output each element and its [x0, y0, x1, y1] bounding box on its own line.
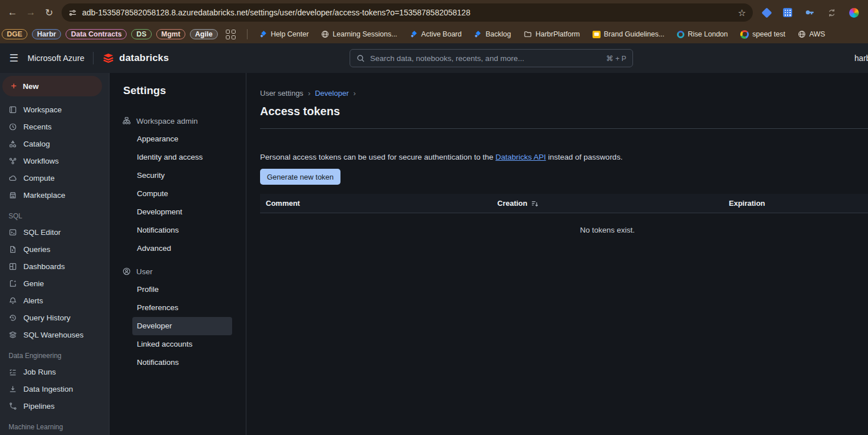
settings-item-notifications-user[interactable]: Notifications	[132, 353, 232, 372]
settings-group-workspace-admin[interactable]: Workspace admin	[109, 112, 246, 130]
bookmarks-separator	[247, 29, 248, 39]
sidebar-item-queries[interactable]: Queries	[0, 241, 109, 258]
jira-icon	[259, 30, 267, 38]
bookmark-aws[interactable]: AWS	[798, 30, 825, 38]
sync-extension-icon[interactable]	[827, 8, 837, 18]
queries-icon	[9, 245, 17, 254]
databricks-api-link[interactable]: Databricks API	[496, 153, 546, 161]
history-icon	[9, 314, 17, 322]
settings-item-advanced[interactable]: Advanced	[132, 239, 232, 258]
sidebar-item-marketplace[interactable]: Marketplace	[0, 186, 109, 204]
bookmark-active-board[interactable]: Active Board	[410, 30, 462, 38]
generate-new-token-button[interactable]: Generate new token	[260, 169, 340, 185]
account-name[interactable]: harbr	[854, 54, 868, 63]
url-text[interactable]: adb-1535878582058128.8.azuredatabricks.n…	[82, 8, 470, 17]
settings-group-user[interactable]: User	[109, 262, 246, 280]
description: Personal access tokens can be used for s…	[260, 153, 868, 161]
sidebar: + New Workspace Recents Catalog Workflow…	[0, 73, 109, 435]
settings-item-identity-and-access[interactable]: Identity and access	[132, 148, 232, 166]
warehouse-icon	[9, 331, 17, 339]
bookmark-harbrplatform[interactable]: HarbrPlatform	[524, 30, 580, 38]
bookmark-speed-test[interactable]: speed test	[740, 30, 785, 39]
sidebar-item-workflows[interactable]: Workflows	[0, 152, 109, 169]
settings-item-compute[interactable]: Compute	[132, 185, 232, 203]
tab-group-dge[interactable]: DGE	[2, 29, 27, 39]
settings-nav: Settings Workspace admin Appearance Iden…	[109, 73, 246, 435]
sql-editor-icon	[9, 228, 17, 237]
chevron-right-icon: ›	[353, 89, 355, 97]
breadcrumb-user-settings[interactable]: User settings	[260, 89, 303, 97]
sidebar-item-sql-editor[interactable]: SQL Editor	[0, 223, 109, 241]
tab-group-agile[interactable]: Agile	[190, 29, 218, 39]
sidebar-item-query-history[interactable]: Query History	[0, 309, 109, 326]
sidebar-item-recents[interactable]: Recents	[0, 118, 109, 135]
breadcrumb-developer[interactable]: Developer	[315, 89, 348, 97]
forward-icon[interactable]: →	[22, 7, 40, 18]
search-placeholder: Search data, notebooks, recents, and mor…	[370, 54, 524, 63]
search-shortcut: ⌘ + P	[606, 54, 626, 63]
sidebar-section-sql: SQL	[0, 204, 109, 223]
sidebar-item-catalog[interactable]: Catalog	[0, 135, 109, 152]
chevron-right-icon: ›	[308, 89, 310, 97]
sidebar-item-sql-warehouses[interactable]: SQL Warehouses	[0, 326, 109, 343]
sidebar-item-genie[interactable]: Genie	[0, 275, 109, 292]
genie-icon	[9, 279, 17, 288]
databricks-wordmark: databricks	[119, 52, 169, 64]
sidebar-item-job-runs[interactable]: Job Runs	[0, 363, 109, 380]
table-header-row: Comment Creation Expiration	[260, 194, 868, 213]
tab-group-data-contracts[interactable]: Data Contracts	[66, 29, 127, 39]
grid-extension-icon[interactable]	[783, 8, 792, 17]
settings-item-profile[interactable]: Profile	[132, 280, 232, 299]
reload-icon[interactable]: ↻	[40, 7, 58, 19]
page-title: Access tokens	[260, 105, 868, 118]
jira-extension-icon[interactable]	[761, 7, 772, 18]
main-content: User settings › Developer › Access token…	[246, 73, 868, 435]
tab-group-ds[interactable]: DS	[131, 29, 151, 39]
address-bar[interactable]: adb-1535878582058128.8.azuredatabricks.n…	[62, 3, 753, 22]
sidebar-item-workspace[interactable]: Workspace	[0, 101, 109, 118]
dashboards-icon	[9, 262, 17, 271]
bookmark-star-icon[interactable]: ☆	[738, 7, 746, 18]
settings-item-development[interactable]: Development	[132, 203, 232, 221]
bookmarks-bar: DGE Harbr Data Contracts DS Mgmt Agile H…	[0, 25, 868, 43]
browser-toolbar: ← → ↻ adb-1535878582058128.8.azuredatabr…	[0, 0, 868, 25]
settings-item-developer[interactable]: Developer	[132, 317, 232, 335]
column-creation[interactable]: Creation	[492, 199, 723, 208]
bookmark-rise-london[interactable]: Rise London	[677, 30, 728, 38]
settings-item-security[interactable]: Security	[132, 166, 232, 185]
bookmark-backlog[interactable]: Backlog	[474, 30, 510, 38]
bookmark-help-center[interactable]: Help Center	[259, 30, 309, 38]
bookmark-learning-sessions[interactable]: Learning Sessions...	[321, 30, 397, 38]
cloud-icon	[9, 174, 17, 182]
sidebar-section-machine-learning: Machine Learning	[0, 414, 109, 434]
color-wheel-avatar-icon[interactable]	[849, 8, 859, 18]
settings-item-preferences[interactable]: Preferences	[132, 299, 232, 317]
new-button[interactable]: + New	[2, 76, 102, 96]
title-divider	[260, 128, 868, 129]
sidebar-section-data-engineering: Data Engineering	[0, 343, 109, 363]
tab-group-mgmt[interactable]: Mgmt	[156, 29, 185, 39]
site-info-icon[interactable]	[68, 9, 77, 17]
sidebar-item-data-ingestion[interactable]: Data Ingestion	[0, 380, 109, 397]
sidebar-item-dashboards[interactable]: Dashboards	[0, 258, 109, 275]
settings-item-notifications-admin[interactable]: Notifications	[132, 221, 232, 239]
column-expiration: Expiration	[723, 199, 868, 208]
sort-descending-icon[interactable]	[531, 200, 539, 208]
settings-item-linked-accounts[interactable]: Linked accounts	[132, 335, 232, 353]
key-extension-icon[interactable]	[805, 8, 814, 18]
global-search-input[interactable]: Search data, notebooks, recents, and mor…	[350, 49, 633, 67]
sidebar-item-compute[interactable]: Compute	[0, 169, 109, 186]
globe-icon	[321, 30, 329, 38]
workflows-icon	[9, 157, 17, 165]
apps-grid-icon[interactable]	[226, 30, 236, 39]
jira-icon	[410, 30, 418, 38]
sidebar-item-pipelines[interactable]: Pipelines	[0, 397, 109, 414]
settings-item-appearance[interactable]: Appearance	[132, 130, 232, 148]
hamburger-menu-icon[interactable]: ☰	[9, 52, 18, 64]
tab-group-harbr[interactable]: Harbr	[32, 29, 61, 39]
back-icon[interactable]: ←	[3, 7, 22, 18]
sidebar-item-alerts[interactable]: Alerts	[0, 292, 109, 309]
bookmark-brand-guidelines[interactable]: Brand Guidelines...	[593, 30, 664, 38]
org-icon	[122, 116, 131, 125]
tokens-table: Comment Creation Expiration No tokens ex…	[260, 194, 868, 234]
